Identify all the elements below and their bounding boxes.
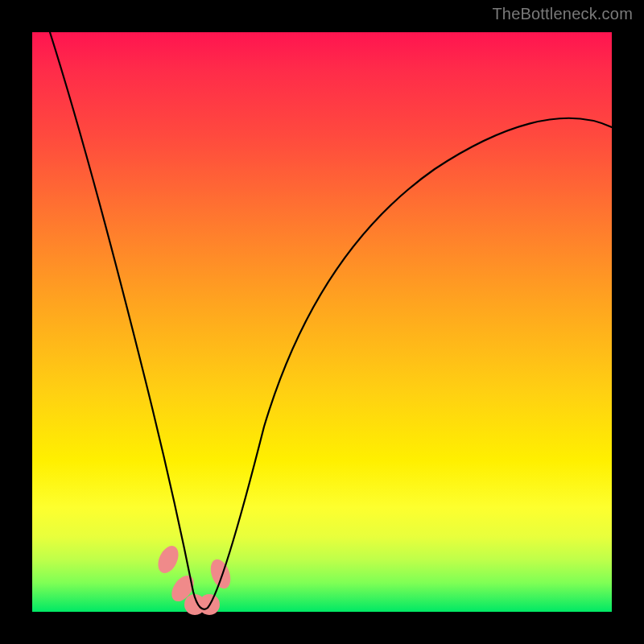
- plot-area: [32, 32, 612, 612]
- marker-group: [154, 543, 233, 615]
- curve-svg: [32, 32, 612, 612]
- chart-frame: TheBottleneck.com: [0, 0, 644, 644]
- watermark-text: TheBottleneck.com: [492, 5, 633, 23]
- bottleneck-curve: [50, 32, 612, 609]
- marker-blob: [154, 543, 182, 576]
- marker-blob: [207, 556, 234, 591]
